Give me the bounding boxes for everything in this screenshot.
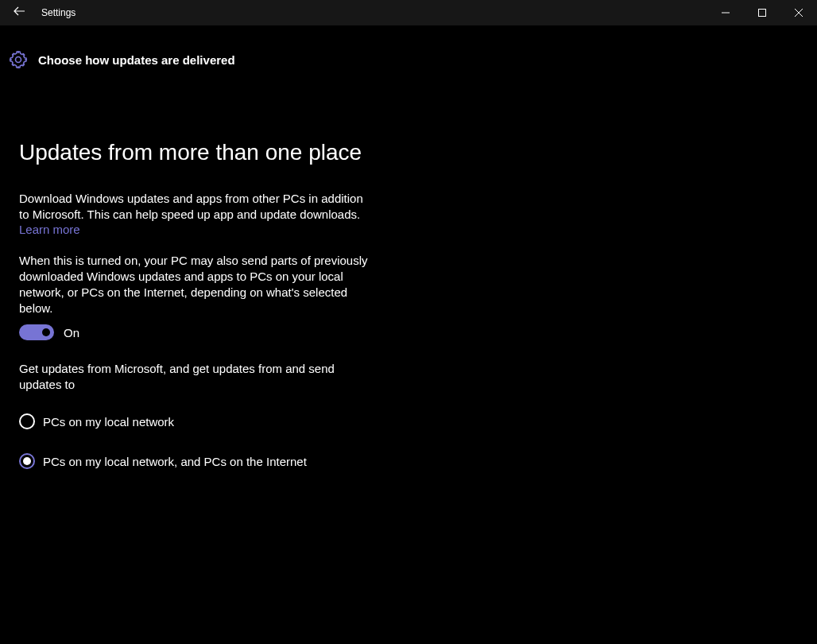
back-arrow-icon	[13, 5, 25, 21]
learn-more-link[interactable]: Learn more	[19, 223, 80, 236]
section-heading: Updates from more than one place	[19, 140, 389, 165]
titlebar-title: Settings	[41, 7, 76, 18]
content: Updates from more than one place Downloa…	[0, 70, 389, 469]
radio-label: PCs on my local network	[43, 415, 174, 429]
updates-toggle[interactable]	[19, 324, 54, 340]
radio-option-local-internet[interactable]: PCs on my local network, and PCs on the …	[19, 453, 389, 469]
close-button[interactable]	[780, 0, 817, 25]
toggle-row: On	[19, 324, 389, 340]
minimize-icon	[722, 6, 730, 20]
intro-paragraph: Download Windows updates and apps from o…	[19, 191, 369, 223]
radio-group: PCs on my local network PCs on my local …	[19, 413, 389, 469]
titlebar-left: Settings	[0, 0, 76, 25]
back-button[interactable]	[0, 0, 38, 25]
maximize-icon	[758, 6, 766, 20]
minimize-button[interactable]	[707, 0, 744, 25]
page-title: Choose how updates are delivered	[38, 53, 235, 67]
toggle-label: On	[64, 326, 79, 339]
radio-intro: Get updates from Microsoft, and get upda…	[19, 361, 353, 393]
titlebar: Settings	[0, 0, 817, 25]
toggle-knob	[42, 328, 50, 336]
svg-rect-1	[759, 10, 766, 17]
window-controls	[707, 0, 817, 25]
maximize-button[interactable]	[744, 0, 780, 25]
radio-label: PCs on my local network, and PCs on the …	[43, 455, 307, 468]
radio-option-local[interactable]: PCs on my local network	[19, 413, 389, 429]
close-icon	[795, 6, 803, 20]
explain-paragraph: When this is turned on, your PC may also…	[19, 253, 369, 316]
radio-icon	[19, 453, 35, 469]
svg-point-4	[16, 57, 21, 63]
gear-icon	[8, 49, 29, 70]
page-header: Choose how updates are delivered	[0, 25, 817, 70]
radio-icon	[19, 413, 35, 429]
